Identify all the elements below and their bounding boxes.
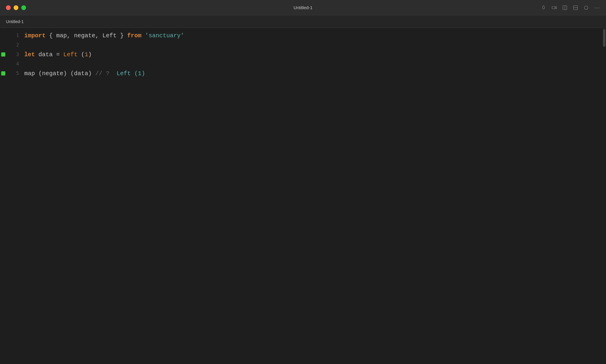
- token-paren-close: ): [88, 51, 92, 58]
- token-paren-data-close: ): [88, 70, 95, 77]
- close-button[interactable]: [6, 5, 11, 10]
- line-number-1: 1: [16, 31, 19, 40]
- code-line-2: [24, 40, 602, 50]
- code-line-5: map ( negate ) ( data ) // ? Left (1): [24, 69, 602, 78]
- token-number-1: 1: [85, 51, 88, 58]
- token-let: let: [24, 51, 35, 58]
- split-icon[interactable]: [573, 5, 578, 10]
- code-line-3: let data = Left ( 1 ): [24, 50, 602, 59]
- more-options-icon[interactable]: ···: [594, 4, 600, 11]
- token-paren-negate-open: (: [35, 70, 42, 77]
- token-left-constructor: Left: [63, 51, 78, 58]
- token-comment: // ?: [95, 70, 113, 77]
- token-negate: negate: [42, 70, 63, 77]
- token-from: from: [127, 32, 141, 39]
- token-paren-negate-close: ) (: [63, 70, 74, 77]
- svg-point-6: [584, 6, 588, 9]
- window-title: Untitled-1: [294, 5, 312, 10]
- line-number-3: 3: [16, 50, 19, 59]
- scrollbar-thumb[interactable]: [603, 29, 605, 47]
- svg-marker-1: [555, 7, 557, 9]
- token-import: import: [24, 32, 46, 39]
- breakpoint-3[interactable]: [1, 52, 5, 57]
- token-brace-open: {: [46, 32, 56, 39]
- line-numbers: 1 2 3 4 5: [7, 28, 21, 364]
- line-indicators: [0, 28, 7, 364]
- token-paren-open: (: [78, 51, 85, 58]
- token-result: Left (1): [113, 70, 145, 77]
- code-editor[interactable]: import { map, negate, Left } from 'sanct…: [21, 28, 602, 364]
- toolbar-right: ···: [541, 4, 600, 11]
- columns-icon[interactable]: [562, 5, 568, 10]
- status-circle-icon[interactable]: [584, 5, 589, 10]
- token-space: [141, 32, 145, 39]
- token-imports: map, negate, Left: [56, 32, 117, 39]
- minimize-button[interactable]: [14, 5, 18, 10]
- line-indicator-3: [1, 50, 5, 59]
- line-number-5: 5: [16, 69, 19, 78]
- svg-rect-0: [552, 7, 555, 9]
- token-string-sanctuary: 'sanctuary': [145, 32, 184, 39]
- maximize-button[interactable]: [21, 5, 26, 10]
- line-number-4: 4: [16, 59, 19, 69]
- line-indicator-5: [1, 69, 5, 78]
- editor-tab[interactable]: Untitled-1: [6, 19, 24, 24]
- code-line-1: import { map, negate, Left } from 'sanct…: [24, 31, 602, 40]
- window-controls: [6, 5, 26, 10]
- token-brace-close: }: [117, 32, 127, 39]
- title-bar: Untitled-1 ···: [0, 0, 606, 15]
- token-data-assign: data =: [35, 51, 63, 58]
- token-data: data: [74, 70, 88, 77]
- breakpoint-5[interactable]: [1, 71, 5, 75]
- broadcast-icon[interactable]: [552, 5, 557, 10]
- editor-header: Untitled-1: [0, 15, 606, 28]
- editor-container: 1 2 3 4 5 import { map, negate, Left } f…: [0, 28, 606, 364]
- scrollbar[interactable]: [602, 28, 606, 364]
- flame-icon[interactable]: [541, 5, 546, 10]
- code-line-4: [24, 59, 602, 69]
- token-map: map: [24, 70, 35, 77]
- line-number-2: 2: [16, 40, 19, 50]
